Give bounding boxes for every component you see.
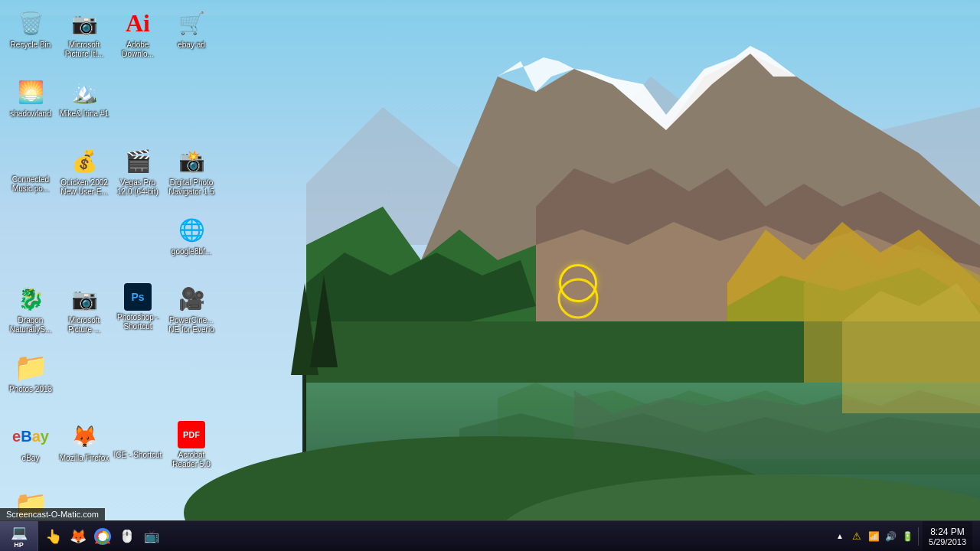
connected-music-label: Connected Music po... [5,175,56,194]
mozilla-firefox-label: Mozilla Firefox [60,454,109,463]
clock-time: 8:24 PM [930,527,965,537]
watermark-text: Screencast-O-Matic.com [6,510,99,519]
systray-battery[interactable]: 🔋 [900,530,914,543]
taskbar-chrome-icon[interactable] [91,525,114,548]
shadowland-label: shadowland [10,109,51,119]
shadowland-icon: 🌅 [15,77,46,107]
taskbar-quick-launch: 👆 🦊 🖱️ 📺 [38,521,167,551]
microsoft-picture2-label: Microsoft Picture ... [59,316,109,334]
icon-dragon[interactable]: 🐉 Dragon NaturallyS... [4,279,57,347]
acrobat-reader-label: Acrobat Reader 5.0 [166,451,217,469]
dragon-icon: 🐉 [15,283,46,314]
adobe-download-icon: Ai [122,8,153,38]
icon-powercine[interactable]: 🎥 PowerCine... NE for Everio [165,279,218,347]
systray-norton[interactable]: ⚠ [850,530,864,543]
icon-mike-irina[interactable]: 🏔️ Mike& Irina #1 [57,73,111,140]
icon-mozilla-firefox[interactable]: 🦊 Mozilla Firefox [57,417,111,484]
icon-recycle-bin[interactable]: 🗑️ Recycle Bin [4,4,57,71]
taskbar-firefox-icon[interactable]: 🦊 [67,525,90,548]
clock-date: 5/29/2013 [929,537,966,546]
google8bf-icon: 🌐 [176,214,207,245]
systray-volume[interactable]: 🔊 [884,530,897,543]
powercine-icon: 🎥 [176,283,207,314]
icon-photos-2013[interactable]: 📁 Photos 2013 [4,348,57,416]
taskbar-touch-icon[interactable]: 👆 [42,525,65,548]
digital-photo-label: Digital Photo Navigator 1.5 [166,178,217,197]
screencast-watermark: Screencast-O-Matic.com [0,508,105,520]
ebay-ad-label: ebay ad [178,41,205,50]
svg-point-30 [100,533,106,540]
icon-microsoft-picture2[interactable]: 📷 Microsoft Picture ... [57,279,111,347]
recycle-bin-label: Recycle Bin [11,41,51,50]
icon-adobe-download[interactable]: Ai Adobe Downlo... [111,4,165,71]
connected-music-icon [17,145,44,173]
taskbar-systray: ▲ ⚠ 📶 🔊 🔋 [833,530,914,543]
ebay-label: eBay [22,454,40,463]
taskbar-mouse-icon[interactable]: 🖱️ [116,525,139,548]
photoshop-icon: Ps [124,283,152,311]
icon-quicken[interactable]: 💰 Quicken 2002 New User E... [57,142,111,209]
microsoft-picture-it-icon: 📷 [69,8,100,38]
systray-arrow[interactable]: ▲ [833,530,847,543]
microsoft-picture-it-label: Microsoft Picture It!... [59,41,109,59]
icon-shadowland[interactable]: 🌅 shadowland [4,73,57,140]
taskbar: 💻 HP 👆 🦊 🖱️ 📺 ▲ ⚠ 📶 🔊 🔋 [0,520,980,551]
quicken-icon: 💰 [69,145,100,176]
icon-digital-photo[interactable]: 📸 Digital Photo Navigator 1.5 [165,142,218,209]
icon-photoshop[interactable]: Ps Photoshop - Shortcut [111,279,165,347]
acrobat-reader-icon: PDF [178,421,205,448]
icon-acrobat-reader[interactable]: PDF Acrobat Reader 5.0 [165,417,218,484]
microsoft-picture2-icon: 📷 [69,283,100,314]
icon-google8bf[interactable]: 🌐 google8bf... [165,210,218,278]
icon-connected-music[interactable]: Connected Music po... [4,142,57,209]
photos-2013-icon: 📁 [15,352,46,383]
ice-shortcut-label: ICE - Shortcut [114,451,162,460]
ice-shortcut-icon [124,421,152,448]
icon-ebay[interactable]: eBay eBay [4,417,57,484]
mike-irina-icon: 🏔️ [69,77,100,107]
quicken-label: Quicken 2002 New User E... [59,178,109,197]
powercine-label: PowerCine... NE for Everio [166,316,217,334]
taskbar-screen-record-icon[interactable]: 📺 [140,525,163,548]
taskbar-separator [918,527,919,546]
ebay-ad-icon: 🛒 [176,8,207,38]
systray-network[interactable]: 📶 [867,530,880,543]
photoshop-label: Photoshop - Shortcut [113,313,163,331]
taskbar-clock[interactable]: 8:24 PM 5/29/2013 [923,521,972,551]
icon-microsoft-picture-it[interactable]: 📷 Microsoft Picture It!... [57,4,111,71]
icon-ice-shortcut[interactable]: ICE - Shortcut [111,417,165,484]
start-button[interactable]: 💻 HP [0,521,38,552]
ebay-icon: eBay [15,421,46,452]
icon-vegas-pro[interactable]: 🎬 Vegas Pro 12.0 (64-bit) [111,142,165,209]
mozilla-firefox-icon: 🦊 [69,421,100,452]
digital-photo-icon: 📸 [176,145,207,176]
taskbar-right: ▲ ⚠ 📶 🔊 🔋 8:24 PM 5/29/2013 [833,521,980,551]
start-label: HP [14,541,24,549]
desktop-icons-container: 🗑️ Recycle Bin 📷 Microsoft Picture It!..… [0,0,291,520]
dragon-label: Dragon NaturallyS... [5,316,56,334]
mike-irina-label: Mike& Irina #1 [60,109,109,119]
photos-2013-label: Photos 2013 [9,385,52,394]
adobe-download-label: Adobe Downlo... [113,41,163,59]
vegas-pro-label: Vegas Pro 12.0 (64-bit) [113,178,163,197]
recycle-bin-icon: 🗑️ [15,8,46,38]
vegas-pro-icon: 🎬 [122,145,153,176]
google8bf-label: google8bf... [172,247,211,256]
icon-ebay-ad[interactable]: 🛒 ebay ad [165,4,218,71]
